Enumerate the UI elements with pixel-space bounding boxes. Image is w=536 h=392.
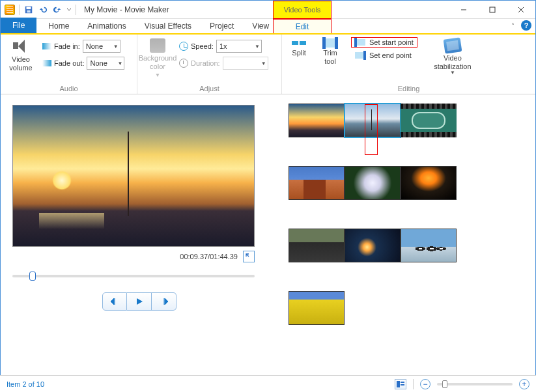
save-icon[interactable] [23,5,34,15]
trim-label: Trim tool [323,49,337,66]
speed-value: 1x [219,42,227,50]
video-stabilization-button[interactable]: Video stabilization ▼ [429,37,476,76]
clip-thumbnail[interactable] [401,166,457,200]
split-button[interactable]: Split [286,37,312,57]
storyboard-row [289,229,529,262]
collapse-ribbon-icon[interactable]: ˄ [511,22,515,29]
zoom-slider[interactable] [437,383,513,385]
fade-out-icon [42,60,51,66]
seek-thumb[interactable] [29,272,36,281]
set-start-icon [355,39,365,46]
video-volume-label: Video volume [9,55,32,72]
set-end-label: Set end point [369,51,412,59]
svg-rect-2 [27,10,30,12]
duration-label: Duration: [191,59,220,67]
tab-home[interactable]: Home [39,19,78,33]
set-end-icon [355,52,365,59]
storyboard-row [289,166,529,200]
clip-thumbnail-selected[interactable] [345,104,401,137]
speed-combo[interactable]: 1x▼ [216,40,262,53]
svg-rect-4 [490,7,495,12]
maximize-button[interactable] [478,1,507,19]
play-button[interactable] [127,292,152,311]
set-end-point-button[interactable]: Set end point [351,50,417,61]
separator [19,5,20,15]
prev-frame-button[interactable] [102,292,127,311]
fade-in-label: Fade in: [54,42,80,50]
speaker-icon [12,38,30,54]
chevron-down-icon: ▼ [155,72,160,79]
set-start-point-button[interactable]: Set start point [351,37,417,48]
trim-tool-button[interactable]: Trim tool [317,37,343,66]
clip-thumbnail[interactable] [401,229,457,262]
quick-access-toolbar [1,5,80,15]
chevron-down-icon: ▼ [261,61,266,66]
window-title: My Movie - Movie Maker [84,5,169,14]
zoom-out-button[interactable]: − [420,379,430,389]
status-bar: Item 2 of 10 − + [0,375,536,392]
preview-image [13,105,254,246]
fade-in-combo[interactable]: None▼ [83,40,120,53]
view-toggle-button[interactable] [395,379,406,389]
svg-rect-7 [401,384,404,385]
separator [413,379,414,389]
tab-project[interactable]: Project [201,19,243,33]
fade-out-label: Fade out: [54,59,84,67]
separator [76,5,76,15]
fade-out-combo[interactable]: None▼ [87,57,124,70]
minimize-button[interactable] [449,1,478,19]
background-color-label: Background color [139,54,177,71]
svg-rect-1 [27,7,31,9]
duration-combo: ▼ [223,57,268,70]
time-display: 00:09.37/01:44.39 [180,253,238,260]
ribbon-group-adjust: Background color ▼ Speed: 1x▼ Duration: … [137,35,282,94]
redo-icon[interactable] [52,5,63,15]
app-icon [5,5,15,15]
split-label: Split [292,49,305,57]
set-start-label: Set start point [369,38,414,46]
next-frame-button[interactable] [152,292,176,311]
title-bar: My Movie - Movie Maker Video Tools [1,1,535,19]
fullscreen-button[interactable] [243,251,255,262]
stabilization-icon [443,37,462,53]
zoom-thumb[interactable] [442,380,447,388]
storyboard[interactable] [273,94,535,374]
speed-label: Speed: [191,42,214,50]
tab-file[interactable]: File [1,18,36,33]
clip-title-card[interactable] [401,104,457,137]
chevron-down-icon: ▼ [255,44,260,49]
clip-thumbnail[interactable] [289,104,345,137]
fade-in-icon [42,43,51,49]
clip-thumbnail[interactable] [289,229,345,262]
chevron-down-icon: ▼ [450,70,455,76]
context-tab-group: Video Tools [273,1,331,19]
help-icon[interactable]: ? [521,20,531,31]
svg-rect-6 [401,382,404,383]
ribbon-group-editing: Split Trim tool Set start point Set end … [282,35,535,94]
storyboard-row [289,291,529,325]
tab-visual-effects[interactable]: Visual Effects [135,19,201,33]
clip-thumbnail[interactable] [345,166,401,200]
clip-thumbnail[interactable] [289,291,345,325]
undo-icon[interactable] [38,5,48,15]
stabilization-label: Video stabilization [434,54,471,71]
clip-thumbnail[interactable] [289,166,345,200]
status-item-count: Item 2 of 10 [7,380,44,388]
group-label-editing: Editing [286,83,531,92]
tab-animations[interactable]: Animations [78,19,135,33]
clip-thumbnail[interactable] [345,229,401,262]
video-volume-button[interactable]: Video volume [5,37,37,72]
window-controls [449,1,535,19]
ribbon-group-audio: Video volume Fade in: None▼ Fade out: No… [1,35,137,94]
tab-edit[interactable]: Edit [273,19,331,33]
preview-pane: 00:09.37/01:44.39 [1,94,273,374]
zoom-in-button[interactable]: + [519,379,529,389]
speed-icon [179,42,188,51]
split-icon [292,38,306,48]
seek-bar[interactable] [12,269,255,283]
chevron-down-icon: ▼ [118,61,123,66]
preview-frame [12,105,255,247]
clock-icon [179,59,188,68]
qat-dropdown-icon[interactable] [66,5,72,15]
close-button[interactable] [507,1,535,19]
